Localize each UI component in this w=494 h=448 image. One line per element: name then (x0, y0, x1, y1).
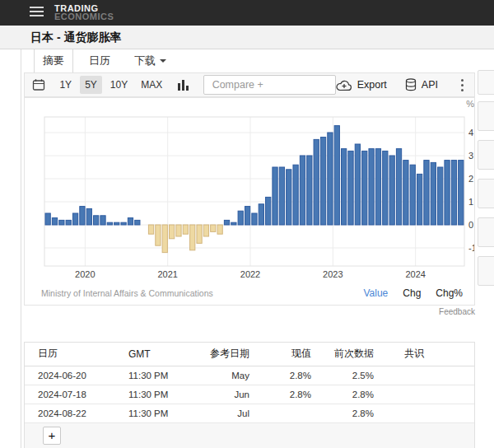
svg-text:2: 2 (468, 174, 473, 184)
calendar-button[interactable] (30, 76, 46, 94)
calendar-table-header: 日历GMT参考日期现值前次数据共识 (25, 343, 474, 366)
table-cell: 2.5% (311, 366, 374, 385)
svg-text:2020: 2020 (75, 269, 95, 279)
bar-2022-03 (266, 197, 271, 225)
bar-2021-03 (183, 225, 188, 234)
bar-2023-04 (355, 144, 360, 225)
bar-2022-11 (320, 138, 325, 225)
bar-2023-08 (383, 151, 388, 225)
column-chart-icon (178, 79, 189, 91)
main-content: 摘要日历下载 1Y5Y10YMAX Compare + (21, 49, 494, 448)
chart-toolbar: 1Y5Y10YMAX Compare + Export (24, 72, 475, 97)
bar-2021-05 (197, 225, 202, 243)
bar-2020-11 (156, 225, 161, 245)
page-title: 日本 - 通货膨胀率 (30, 26, 121, 49)
table-row[interactable]: 2024-07-1811:30 PMJun2.8%2.8% (25, 385, 474, 404)
bar-2023-12 (410, 165, 415, 225)
table-row[interactable]: 2024-06-2011:30 PMMay2.8%2.5% (25, 366, 474, 385)
range-1y-button[interactable]: 1Y (54, 76, 77, 94)
tab-日历[interactable]: 日历 (81, 49, 119, 72)
svg-text:-1: -1 (468, 243, 474, 253)
calendar-icon (32, 78, 45, 91)
bar-2019-11 (72, 213, 77, 225)
bar-2023-02 (342, 149, 347, 225)
column-header: 前次数据 (311, 343, 374, 366)
menu-icon[interactable] (30, 7, 44, 18)
bar-2024-01 (417, 174, 422, 225)
view-chgpct-button[interactable]: Chg% (436, 287, 463, 299)
calendar-table-card: 日历GMT参考日期现值前次数据共识 2024-06-2011:30 PMMay2… (24, 342, 475, 448)
table-cell: 2.8% (249, 366, 311, 385)
table-row[interactable]: 2024-08-2211:30 PMJul2.8% (25, 404, 474, 422)
table-cell: 2024-07-18 (25, 385, 128, 404)
bar-2020-07 (128, 218, 133, 225)
export-label: Export (357, 79, 387, 91)
svg-text:1: 1 (468, 197, 473, 207)
svg-text:4: 4 (468, 128, 473, 138)
svg-text:2022: 2022 (240, 269, 260, 279)
bar-2019-09 (59, 220, 64, 225)
tab-摘要[interactable]: 摘要 (34, 49, 73, 72)
table-cell (374, 366, 474, 385)
bar-2020-06 (121, 222, 126, 225)
brand-line2: ECONOMICS (54, 12, 114, 21)
chart-card: -10123420202021202220232024% Ministry of… (24, 97, 475, 306)
compare-input[interactable]: Compare + (203, 75, 336, 95)
tab-下载[interactable]: 下载 (126, 49, 175, 72)
bar-2023-01 (334, 126, 339, 225)
view-value-button[interactable]: Value (363, 287, 388, 299)
api-label: API (422, 79, 438, 91)
toolbar-right: Export API (336, 77, 474, 92)
inflation-bar-chart[interactable]: -10123420202021202220232024% (25, 98, 474, 286)
column-header: 日历 (25, 343, 128, 366)
range-max-button[interactable]: MAX (136, 76, 167, 94)
table-cell: 2024-06-20 (25, 366, 128, 385)
add-event-button[interactable]: + (43, 427, 61, 445)
bar-2024-04 (438, 167, 443, 225)
bar-2022-09 (307, 156, 312, 225)
chart-footer: Ministry of Internal Affairs & Communica… (41, 287, 463, 299)
export-button[interactable]: Export (336, 79, 387, 91)
bar-2023-07 (375, 149, 380, 225)
bar-2023-05 (362, 151, 367, 225)
bar-2024-06 (451, 161, 456, 225)
bar-2019-08 (52, 218, 57, 225)
bar-2020-03 (100, 216, 105, 225)
tab-label: 摘要 (43, 54, 64, 68)
svg-text:0: 0 (468, 220, 473, 230)
bar-2021-02 (176, 225, 181, 236)
bar-2023-09 (389, 156, 394, 225)
table-cell: 2.8% (311, 385, 374, 404)
table-cell: Jul (193, 404, 249, 422)
column-header: 参考日期 (193, 343, 249, 366)
svg-text:2021: 2021 (157, 269, 177, 279)
feedback-link[interactable]: Feedback (24, 307, 475, 316)
cutoff-panel-item (478, 256, 494, 286)
svg-text:%: % (466, 99, 474, 109)
export-cloud-icon (336, 79, 352, 91)
bar-2022-08 (300, 156, 305, 225)
bar-2023-06 (369, 149, 374, 225)
svg-text:2023: 2023 (323, 269, 343, 279)
view-chg-button[interactable]: Chg (403, 287, 421, 299)
api-button[interactable]: API (405, 78, 438, 91)
bar-2022-12 (328, 133, 333, 225)
bar-2020-04 (107, 222, 112, 225)
chart-type-button[interactable] (175, 76, 191, 94)
bar-2021-12 (245, 207, 249, 225)
bar-2021-06 (203, 225, 208, 236)
tab-label: 下载 (134, 54, 156, 68)
brand-logo[interactable]: TRADING ECONOMICS (54, 4, 114, 21)
table-cell (374, 385, 474, 404)
bar-2021-11 (238, 211, 243, 225)
table-cell: 11:30 PM (128, 366, 193, 385)
more-options-icon[interactable] (456, 77, 468, 92)
bar-2021-08 (217, 225, 222, 234)
bar-2022-01 (252, 213, 257, 225)
range-5y-button[interactable]: 5Y (80, 76, 102, 94)
compare-placeholder: Compare + (212, 79, 263, 91)
table-cell: May (193, 366, 249, 385)
bar-2021-07 (211, 225, 216, 231)
range-10y-button[interactable]: 10Y (105, 76, 133, 94)
bar-2020-02 (94, 216, 99, 225)
